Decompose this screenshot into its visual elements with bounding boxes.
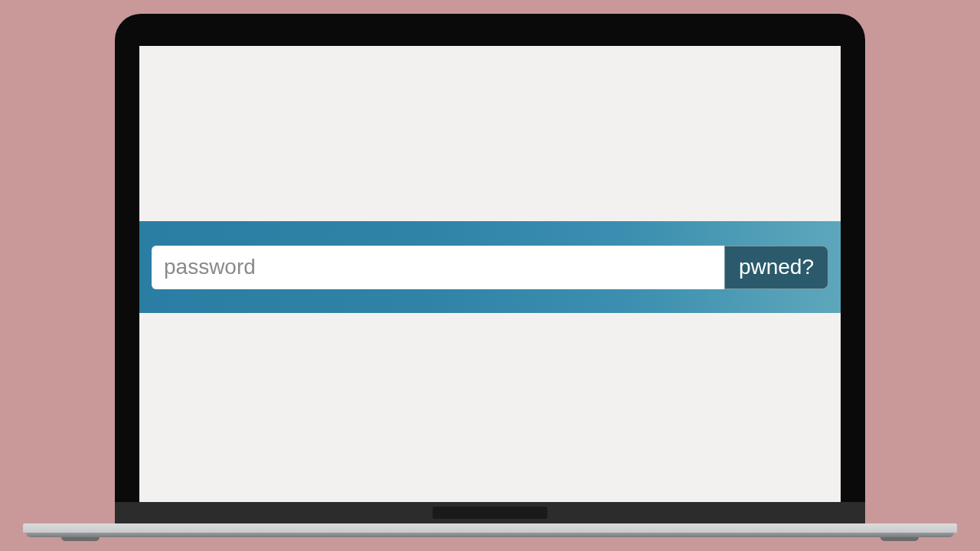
pwned-button[interactable]: pwned? [724, 246, 828, 289]
laptop-frame: pwned? [115, 14, 865, 523]
password-input[interactable] [152, 246, 724, 289]
laptop-screen: pwned? [139, 46, 841, 502]
laptop-foot-left [61, 537, 100, 541]
search-banner: pwned? [139, 221, 841, 313]
laptop-foot-right [880, 537, 919, 541]
search-group: pwned? [152, 246, 828, 289]
hinge-notch [433, 507, 547, 519]
laptop-hinge [115, 502, 865, 523]
laptop-base [23, 523, 957, 539]
laptop-bezel: pwned? [115, 14, 865, 502]
laptop-base-bottom [26, 533, 954, 537]
laptop-base-top [23, 523, 957, 533]
